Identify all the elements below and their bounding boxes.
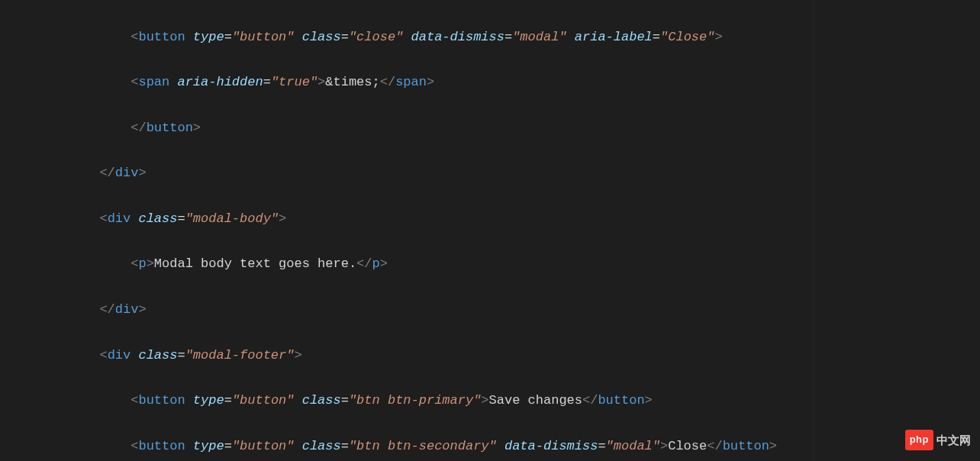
code-line: <button type="button" class="btn btn-pri… xyxy=(6,389,980,412)
watermark-badge: php xyxy=(905,430,933,450)
code-line: </div> xyxy=(6,298,980,321)
code-line: <div class="modal-footer"> xyxy=(6,344,980,367)
code-line: </button> xyxy=(6,117,980,140)
code-line: <p>Modal body text goes here.</p> xyxy=(6,253,980,276)
code-line: <span aria-hidden="true">&times;</span> xyxy=(6,71,980,94)
code-line: <button type="button" class="close" data… xyxy=(6,26,980,49)
watermark-text: 中文网 xyxy=(936,430,971,450)
editor-ruler xyxy=(813,0,814,461)
watermark: php 中文网 xyxy=(905,430,971,450)
code-line: <div class="modal-body"> xyxy=(6,208,980,230)
code-line: <button type="button" class="btn btn-sec… xyxy=(6,435,980,458)
code-line: </div> xyxy=(6,162,980,185)
code-editor[interactable]: <button type="button" class="close" data… xyxy=(0,0,980,461)
